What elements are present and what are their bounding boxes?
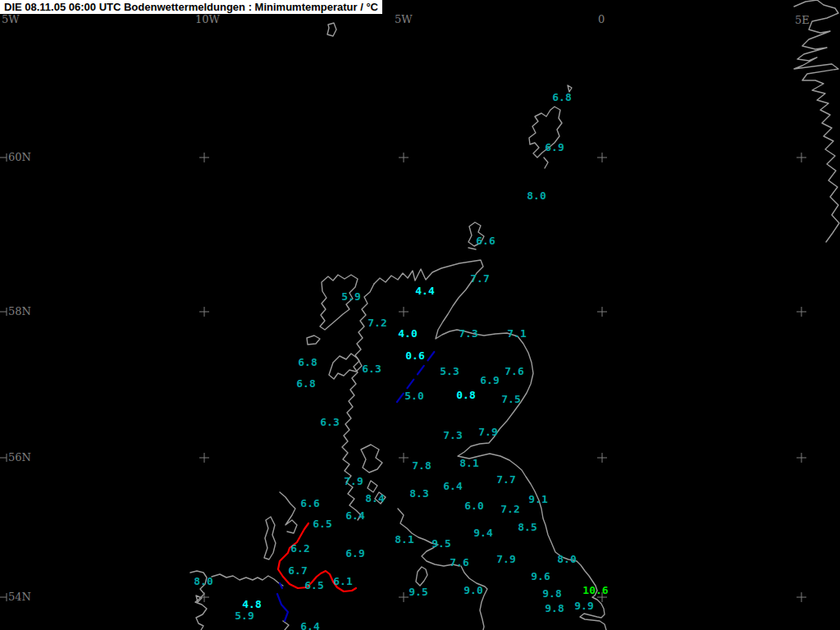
station-temperature-value: 4.8	[242, 598, 261, 610]
coastline	[264, 517, 276, 559]
longitude-label: 10W	[195, 13, 220, 25]
graticule-cross	[797, 592, 806, 602]
station-temperature-value: 6.4	[300, 620, 319, 630]
station-temperature-value: 5.0	[404, 390, 423, 402]
station-temperature-value: 7.3	[443, 429, 462, 441]
temperature-contour-blue	[277, 594, 288, 621]
longitude-label: 0	[598, 13, 605, 25]
station-temperature-value: 6.8	[552, 91, 571, 103]
station-temperature-value: 7.7	[470, 272, 489, 285]
latitude-label: 56N	[8, 451, 31, 463]
station-temperature-value: 7.5	[501, 393, 520, 405]
graticule-cross	[597, 153, 607, 162]
title-bar: DIE 08.11.05 06:00 UTC Bodenwettermeldun…	[0, 0, 382, 14]
station-temperature-value: 4.0	[398, 327, 417, 340]
latitude-label: 54N	[8, 591, 31, 603]
station-temperature-value: 7.9	[478, 426, 497, 438]
coastline	[794, 0, 839, 242]
station-temperature-value: 8.0	[527, 189, 546, 202]
coastline	[416, 567, 427, 586]
graticule-cross	[797, 153, 806, 162]
station-temperature-value: 9.8	[542, 587, 561, 600]
station-temperature-value: 6.5	[313, 518, 331, 530]
graticule-cross	[797, 307, 806, 317]
station-temperature-value: 9.6	[531, 570, 550, 582]
coastline	[374, 260, 606, 630]
station-temperature-value: 8.1	[395, 533, 413, 546]
graticule-cross	[199, 153, 209, 162]
coastline	[212, 574, 283, 586]
station-temperature-value: 7.6	[504, 365, 523, 377]
title-text: DIE 08.11.05 06:00 UTC Bodenwettermeldun…	[4, 1, 378, 13]
station-temperature-value: 7.7	[496, 473, 515, 486]
station-temperature-value: 6.9	[545, 141, 564, 153]
station-temperature-value: 7.8	[412, 459, 431, 472]
graticule-cross	[399, 453, 409, 463]
station-temperature-value: 6.3	[320, 416, 339, 428]
coastline	[307, 336, 320, 345]
station-temperature-value: 6.1	[333, 575, 352, 587]
graticule-cross	[199, 592, 209, 602]
station-temperature-value: 7.2	[368, 317, 386, 329]
longitude-label: 5W	[2, 13, 20, 25]
station-temperature-value: 4.4	[415, 285, 434, 297]
station-temperature-value: 6.8	[298, 356, 317, 368]
station-temperature-value: 6.3	[362, 363, 381, 375]
graticule-cross	[399, 592, 409, 602]
station-temperature-value: 9.5	[409, 586, 427, 598]
longitude-label: 5E	[795, 14, 810, 26]
station-temperature-value: 6.9	[345, 547, 364, 559]
station-temperature-value: 6.6	[300, 497, 319, 509]
coastline	[461, 566, 487, 630]
station-temperature-value: 7.6	[450, 556, 468, 568]
station-temperature-value: 6.4	[443, 480, 462, 492]
station-temperature-value: 8.1	[459, 457, 478, 469]
station-temperature-value: 9.1	[528, 493, 547, 505]
station-temperature-value: 7.2	[500, 503, 519, 515]
station-temperature-value: 5.3	[440, 365, 459, 377]
station-temperature-value: 9.0	[463, 584, 482, 596]
station-temperature-value: 8.0	[557, 553, 576, 565]
latitude-tick	[0, 153, 7, 162]
station-temperature-value: 5.9	[341, 290, 360, 303]
graticule-cross	[797, 453, 806, 463]
graticule-cross	[199, 307, 209, 317]
weather-map-screen: 5W10W5W05E60N58N56N54N 6.86.98.06.67.74.…	[0, 0, 840, 630]
station-temperature-value: 9.5	[431, 537, 450, 550]
station-temperature-value: 7.1	[507, 327, 526, 340]
station-temperature-value: 7.9	[344, 475, 363, 487]
station-temperature-value: 9.9	[574, 600, 593, 612]
station-temperature-value: 8.5	[518, 521, 536, 533]
coastline	[368, 481, 377, 492]
map-canvas	[0, 0, 840, 630]
station-temperature-value: 9.8	[545, 602, 564, 614]
latitude-tick	[0, 308, 7, 316]
station-temperature-value: 6.0	[464, 500, 483, 512]
coastline	[280, 492, 297, 533]
station-temperature-value: 7.3	[459, 327, 477, 340]
latitude-tick	[0, 454, 7, 462]
station-temperature-value: 6.5	[304, 579, 323, 591]
graticule-cross	[597, 307, 607, 317]
coastline	[327, 23, 336, 36]
station-temperature-value: 8.0	[194, 575, 212, 587]
station-temperature-value: 6.6	[476, 235, 495, 247]
coastline	[320, 275, 358, 330]
graticule-cross	[597, 453, 607, 463]
station-temperature-value: 6.2	[290, 542, 309, 555]
station-temperature-value: 0.8	[456, 389, 475, 401]
latitude-label: 60N	[8, 151, 31, 163]
graticule-cross	[399, 153, 409, 162]
station-temperature-value: 6.8	[296, 377, 315, 390]
station-temperature-value: 10.6	[582, 584, 608, 596]
station-temperature-value: 7.9	[496, 553, 515, 565]
graticule-cross	[199, 453, 209, 463]
latitude-label: 58N	[8, 305, 31, 317]
coastline	[544, 158, 548, 168]
station-temperature-value: 6.9	[480, 374, 499, 386]
longitude-label: 5W	[395, 13, 413, 25]
temperature-contour-blue	[280, 583, 282, 588]
station-temperature-value: 6.7	[288, 564, 307, 577]
station-temperature-value: 9.4	[473, 527, 492, 539]
station-temperature-value: 6.4	[345, 509, 364, 522]
